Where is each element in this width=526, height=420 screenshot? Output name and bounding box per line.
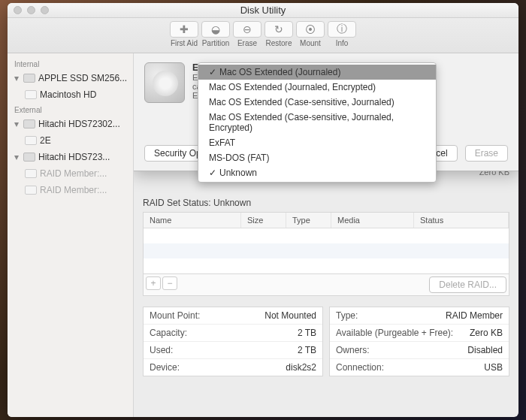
partition-icon: ◒: [201, 21, 230, 38]
format-option-disabled: ✓Unknown: [198, 165, 436, 180]
format-option[interactable]: Mac OS Extended (Journaled, Encrypted): [198, 80, 436, 95]
table-row[interactable]: [144, 228, 509, 243]
check-icon: ✓: [209, 67, 216, 77]
table-row[interactable]: [144, 258, 509, 273]
disclosure-icon[interactable]: ▾: [14, 152, 20, 162]
check-icon: ✓: [209, 168, 216, 178]
window-title: Disk Utility: [8, 5, 518, 16]
format-option[interactable]: ✓Mac OS Extended (Journaled): [198, 65, 436, 80]
info-left: Mount Point:Not Mounted Capacity:2 TB Us…: [143, 307, 323, 376]
info-right: Type:RAID Member Available (Purgeable + …: [329, 307, 509, 376]
disk-icon: [23, 153, 35, 162]
sidebar-vol-macintosh-hd[interactable]: Macintosh HD: [8, 86, 133, 103]
format-dropdown[interactable]: ✓Mac OS Extended (Journaled) Mac OS Exte…: [198, 62, 437, 183]
erase-icon: ⊖: [233, 21, 261, 38]
format-option[interactable]: Mac OS Extended (Case-sensitive, Journal…: [198, 110, 436, 135]
sidebar-vol-raid-member-1[interactable]: RAID Member:...: [8, 165, 133, 182]
raid-table-header: Name Size Type Media Status: [144, 213, 509, 228]
disk-utility-window: Disk Utility ✚First Aid ◒Partition ⊖Eras…: [8, 3, 518, 417]
remove-button[interactable]: −: [162, 276, 177, 290]
delete-raid-button[interactable]: Delete RAID...: [429, 276, 506, 293]
disk-icon: [23, 119, 35, 128]
format-option[interactable]: MS-DOS (FAT): [198, 150, 436, 165]
erase-sheet: E Er ca Er Name Format ✓Mac OS Extended …: [134, 53, 518, 171]
restore-icon: ↻: [265, 21, 293, 38]
volume-icon: [25, 90, 37, 99]
raid-table-body: [144, 228, 509, 273]
sidebar-vol-2e[interactable]: 2E: [8, 132, 133, 149]
sidebar-vol-raid-member-2[interactable]: RAID Member:...: [8, 182, 133, 198]
sidebar-section-external: External: [8, 103, 133, 116]
sidebar-section-internal: Internal: [8, 57, 133, 70]
erase-button[interactable]: Erase: [465, 145, 508, 162]
toolbar-restore[interactable]: ↻Restore: [264, 21, 294, 53]
close-icon[interactable]: [14, 6, 22, 14]
toolbar: ✚First Aid ◒Partition ⊖Erase ↻Restore ⦿M…: [8, 18, 518, 53]
volume-icon: [25, 169, 37, 178]
sidebar-disk-hitachi-2[interactable]: ▾Hitachi HDS723...: [8, 149, 133, 165]
raid-status-label: RAID Set Status: Unknown: [143, 198, 509, 208]
sidebar-disk-hitachi-1[interactable]: ▾Hitachi HDS72302...: [8, 116, 133, 132]
format-option[interactable]: ExFAT: [198, 135, 436, 150]
disclosure-icon[interactable]: ▾: [14, 73, 20, 83]
info-icon: ⓘ: [328, 21, 356, 38]
add-button[interactable]: +: [146, 276, 161, 290]
toolbar-partition[interactable]: ◒Partition: [201, 21, 231, 53]
first-aid-icon: ✚: [170, 21, 198, 38]
minimize-icon[interactable]: [27, 6, 35, 14]
format-option[interactable]: Mac OS Extended (Case-sensitive, Journal…: [198, 95, 436, 110]
volume-icon: [25, 186, 37, 195]
sidebar-disk-apple-ssd[interactable]: ▾APPLE SSD SM256...: [8, 70, 133, 86]
toolbar-first-aid[interactable]: ✚First Aid: [169, 21, 199, 53]
sidebar: Internal ▾APPLE SSD SM256... Macintosh H…: [8, 53, 134, 417]
titlebar[interactable]: Disk Utility: [8, 3, 518, 18]
table-row[interactable]: [144, 243, 509, 258]
volume-icon: [25, 136, 37, 145]
drive-icon: [144, 62, 185, 103]
disk-icon: [23, 74, 35, 83]
disclosure-icon[interactable]: ▾: [14, 119, 20, 129]
main-pane: Free Zero KB E Er ca Er Name Format: [134, 53, 518, 417]
mount-icon: ⦿: [296, 21, 325, 38]
toolbar-info[interactable]: ⓘInfo: [327, 21, 357, 53]
toolbar-mount[interactable]: ⦿Mount: [295, 21, 325, 53]
traffic-lights: [14, 6, 49, 14]
zoom-icon[interactable]: [41, 6, 49, 14]
toolbar-erase[interactable]: ⊖Erase: [232, 21, 262, 53]
raid-table: Name Size Type Media Status: [143, 212, 509, 274]
